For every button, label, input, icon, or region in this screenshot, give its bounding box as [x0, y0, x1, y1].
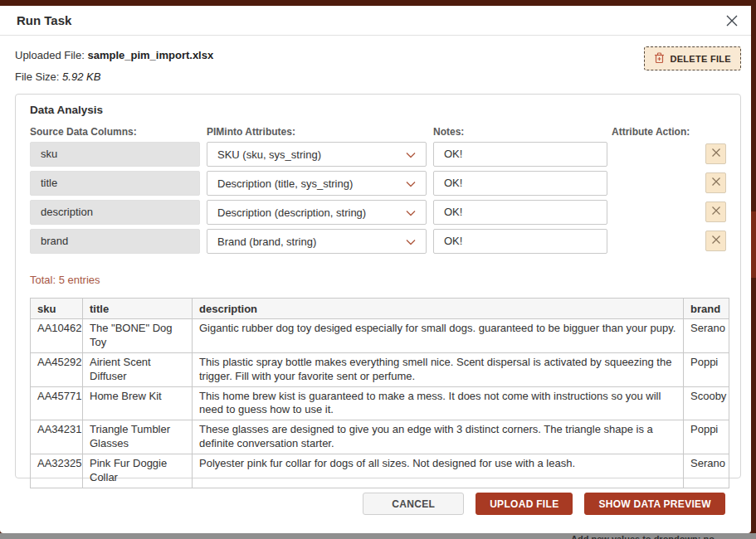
mapping-row: title Description (title, sys_string) OK… — [16, 171, 740, 196]
remove-attribute-button[interactable] — [705, 143, 726, 164]
column-header-sku: sku — [31, 299, 83, 319]
cell-brand: Poppi — [684, 352, 729, 386]
mapping-row: sku SKU (sku, sys_string) OK! — [16, 142, 740, 167]
cell-brand: Serano — [684, 319, 729, 353]
file-size-label: File Size: — [15, 70, 59, 83]
modal-title: Run Task — [17, 13, 71, 27]
cell-description: This home brew kist is guaranteed to mak… — [193, 386, 684, 420]
cell-sku: AA45292 — [31, 352, 83, 386]
remove-x-icon — [711, 177, 721, 189]
close-button[interactable] — [723, 12, 741, 30]
uploaded-file-label: Uploaded File: — [15, 49, 85, 61]
cell-description: Polyester pink fur collar for dogs of al… — [193, 454, 684, 488]
remove-x-icon — [711, 235, 721, 247]
remove-attribute-button[interactable] — [705, 172, 726, 193]
column-header-brand: brand — [684, 299, 729, 319]
cell-sku: AA34231 — [31, 420, 83, 454]
remove-attribute-button[interactable] — [705, 202, 726, 222]
modal-header: Run Task — [0, 6, 751, 36]
attribute-dropdown-value: Brand (brand, string) — [217, 236, 316, 248]
attribute-dropdown[interactable]: Description (description, string) — [207, 200, 427, 225]
notes-label: Notes: — [433, 126, 464, 138]
table-row: AA32325 Pink Fur Doggie Collar Polyester… — [31, 454, 729, 488]
background-page-right-edge — [751, 0, 756, 539]
attribute-dropdown-value: Description (description, string) — [217, 206, 366, 219]
chevron-down-icon — [406, 236, 416, 248]
show-data-preview-button[interactable]: SHOW DATA PREVIEW — [584, 493, 725, 515]
piminto-attributes-label: PIMinto Attributes: — [207, 126, 295, 138]
screen: Run Task Uploaded File: sample_pim_impor… — [0, 0, 756, 539]
background-partial-text: Add new values to dropdown: no — [571, 534, 715, 539]
cell-description: Gigantic rubber dog toy desiged especial… — [193, 319, 684, 353]
mapping-row: description Description (description, st… — [16, 200, 740, 225]
delete-file-label: DELETE FILE — [670, 54, 731, 64]
upload-file-button[interactable]: UPLOAD FILE — [476, 493, 573, 515]
remove-x-icon — [711, 206, 721, 218]
data-preview-table: sku title description brand AA10462 The … — [30, 298, 729, 488]
cell-brand: Poppi — [684, 420, 729, 454]
total-entries-label: Total: 5 entries — [30, 274, 100, 286]
column-header-title: title — [83, 299, 193, 319]
attribute-dropdown[interactable]: Description (title, sys_string) — [207, 171, 427, 196]
chevron-down-icon — [406, 206, 416, 219]
source-column-field: title — [30, 171, 200, 196]
mapping-row: brand Brand (brand, string) OK! — [16, 229, 740, 254]
table-row: AA10462 The "BONE" Dog Toy Gigantic rubb… — [31, 319, 729, 353]
delete-file-button[interactable]: DELETE FILE — [644, 46, 741, 70]
cell-title: Home Brew Kit — [83, 386, 193, 420]
table-row: AA45292 Airient Scent Diffuser This plas… — [31, 352, 729, 386]
attribute-dropdown[interactable]: SKU (sku, sys_string) — [207, 142, 427, 167]
source-column-field: description — [30, 200, 200, 225]
notes-input[interactable]: OK! — [433, 200, 607, 225]
cell-title: Pink Fur Doggie Collar — [83, 454, 193, 488]
cell-brand: Scooby — [684, 386, 729, 420]
cell-sku: AA32325 — [31, 454, 83, 488]
notes-input[interactable]: OK! — [433, 229, 607, 254]
modal-footer: CANCEL UPLOAD FILE SHOW DATA PREVIEW — [363, 493, 725, 515]
table-row: AA34231 Triangle Tumbler Glasses These g… — [31, 420, 729, 454]
data-analysis-title: Data Analysis — [30, 104, 103, 116]
source-column-field: sku — [30, 142, 200, 167]
attribute-dropdown-value: Description (title, sys_string) — [217, 177, 353, 190]
notes-input[interactable]: OK! — [433, 142, 607, 167]
remove-x-icon — [711, 148, 721, 160]
cell-title: Airient Scent Diffuser — [83, 352, 193, 386]
background-page-topbar — [0, 0, 756, 6]
uploaded-file-line: Uploaded File: sample_pim_import.xlsx — [15, 49, 213, 61]
column-header-description: description — [193, 299, 684, 319]
cell-sku: AA45771 — [31, 386, 83, 420]
run-task-modal: Run Task Uploaded File: sample_pim_impor… — [0, 6, 751, 533]
chevron-down-icon — [406, 148, 416, 161]
attribute-dropdown[interactable]: Brand (brand, string) — [207, 229, 427, 254]
cell-title: The "BONE" Dog Toy — [83, 319, 193, 353]
source-column-field: brand — [30, 229, 200, 254]
table-row: AA45771 Home Brew Kit This home brew kis… — [31, 386, 729, 420]
background-page-bottom-strip: Add new values to dropdown: no — [0, 533, 756, 539]
cell-description: This plastic spray bottle makes everythi… — [193, 352, 684, 386]
cancel-button[interactable]: CANCEL — [363, 493, 464, 515]
chevron-down-icon — [406, 177, 416, 190]
table-header-row: sku title description brand — [31, 299, 729, 319]
attribute-dropdown-value: SKU (sku, sys_string) — [217, 148, 321, 161]
remove-attribute-button[interactable] — [705, 231, 726, 251]
cell-brand: Serano — [684, 454, 729, 488]
trash-icon — [654, 52, 665, 66]
cell-title: Triangle Tumbler Glasses — [83, 420, 193, 454]
close-icon — [723, 13, 741, 28]
attribute-action-label: Attribute Action: — [612, 126, 690, 138]
data-analysis-panel: Data Analysis Source Data Columns: PIMin… — [15, 94, 741, 478]
file-size-line: File Size: 5.92 KB — [15, 70, 100, 83]
source-columns-label: Source Data Columns: — [30, 126, 137, 138]
notes-input[interactable]: OK! — [433, 171, 607, 196]
uploaded-file-value: sample_pim_import.xlsx — [87, 49, 213, 61]
cell-sku: AA10462 — [31, 319, 83, 353]
cell-description: These glasses are designed to give you a… — [193, 420, 684, 454]
file-size-value: 5.92 KB — [62, 70, 100, 83]
